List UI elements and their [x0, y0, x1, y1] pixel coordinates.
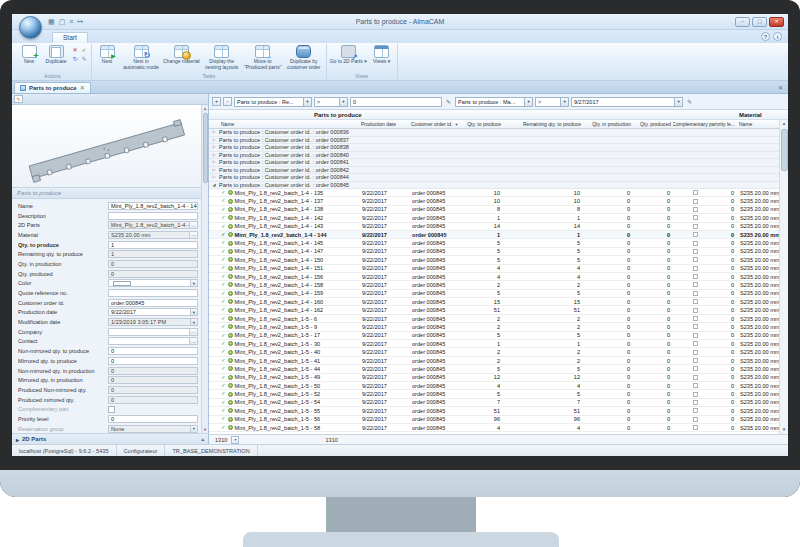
triangle-collapsed-icon[interactable]: ▷ — [209, 168, 219, 172]
part-row-158[interactable]: ✓Mint_Ply_1.8_rev2_batch_1-4 - 1589/22/2… — [209, 281, 779, 289]
section-header-2d-parts[interactable]: ▸ 2D Parts ▴ — [12, 433, 208, 444]
complementary-checkbox[interactable] — [693, 249, 698, 254]
part-row-58[interactable]: ✓Mint_Ply_1.8_rev2_batch_1-5 - 589/22/20… — [209, 424, 779, 432]
part-row-138[interactable]: ✓Mint_Ply_1.8_rev2_batch_1-4 - 1389/22/2… — [209, 206, 779, 214]
complementary-checkbox[interactable] — [693, 324, 698, 329]
complementary-checkbox[interactable] — [693, 400, 698, 405]
triangle-collapsed-icon[interactable]: ▷ — [209, 160, 219, 164]
scroll-down-icon[interactable]: ▼ — [782, 426, 786, 434]
complementary-checkbox[interactable] — [693, 392, 698, 397]
material-field[interactable]: S235 20.00 mm — [108, 231, 190, 239]
section-header-parts-to-produce[interactable]: Parts to produce — [12, 188, 208, 199]
qty-to-produce-field[interactable]: 1 — [108, 241, 198, 249]
group-row-order-000845[interactable]: ◢Parts to produce : Customer order id. :… — [209, 182, 779, 190]
left-panel-scrollbar[interactable]: ▲ ▼ — [201, 105, 208, 433]
ribbon-button-nest-in-automatic-mode[interactable]: Nest in automatic mode — [121, 44, 161, 71]
complementary-checkbox[interactable] — [693, 425, 698, 430]
triangle-collapsed-icon[interactable]: ▷ — [209, 138, 219, 142]
part-row-55[interactable]: ✓Mint_Ply_1.8_rev2_batch_1-5 - 559/22/20… — [209, 407, 779, 415]
part-row-160[interactable]: ✓Mint_Ply_1.8_rev2_batch_1-4 - 1609/22/2… — [209, 298, 779, 306]
2d-parts-field[interactable]: Mint_Ply_1.8_rev2_batch_1-4 - 144 — [108, 221, 190, 229]
cancel-icon[interactable]: ✕ — [71, 46, 79, 54]
scroll-up-icon[interactable]: ▲ — [203, 105, 207, 112]
triangle-collapsed-icon[interactable]: ▷ — [209, 153, 219, 157]
grid-scrollbar[interactable]: ▲ ▼ — [779, 120, 788, 434]
complementary-checkbox[interactable] — [693, 417, 698, 422]
complementary-checkbox[interactable] — [693, 215, 698, 220]
part-row-41[interactable]: ✓Mint_Ply_1.8_rev2_batch_1-5 - 419/22/20… — [209, 357, 779, 365]
complementary-checkbox[interactable] — [693, 232, 698, 237]
complementary-checkbox[interactable] — [693, 299, 698, 304]
part-row-40[interactable]: ✓Mint_Ply_1.8_rev2_batch_1-5 - 409/22/20… — [209, 348, 779, 356]
complementary-checkbox[interactable] — [693, 224, 698, 229]
ellipsis-button[interactable]: … — [190, 221, 198, 229]
column-header-qty-produced[interactable]: Qty. produced — [633, 120, 673, 128]
complementary-checkbox[interactable] — [693, 366, 698, 371]
minimize-icon[interactable]: – — [735, 17, 750, 27]
ellipsis-button[interactable]: … — [190, 328, 198, 336]
column-header-name-material[interactable]: Name — [737, 120, 779, 128]
qty-produced-field[interactable]: 0 — [108, 270, 198, 278]
complementary-checkbox[interactable] — [693, 341, 698, 346]
complementary-checkbox[interactable] — [693, 291, 698, 296]
collapse-icon[interactable]: ▴ — [201, 436, 204, 442]
produced-mirrored-qty-field[interactable]: 0 — [108, 396, 198, 404]
complementary-checkbox[interactable] — [693, 282, 698, 287]
reservation-group-field[interactable]: None▾ — [108, 425, 198, 433]
scrollbar-thumb[interactable] — [781, 129, 788, 171]
complementary-checkbox[interactable] — [693, 190, 698, 195]
part-row-151[interactable]: ✓Mint_Ply_1.8_rev2_batch_1-4 - 1519/22/2… — [209, 265, 779, 273]
part-row-144[interactable]: ✓Mint_Ply_1.8_rev2_batch_1-4 - 1449/22/2… — [209, 231, 779, 239]
complementary-checkbox[interactable] — [693, 350, 698, 355]
priority-level-field[interactable]: 0 — [108, 415, 198, 423]
remaining-qty-to-produce-field[interactable]: 1 — [108, 250, 198, 258]
chevron-down-icon[interactable]: ▾ — [190, 309, 197, 315]
complementary-checkbox[interactable] — [693, 257, 698, 262]
part-row-135[interactable]: ✓Mint_Ply_1.8_rev2_batch_1-4 - 1359/22/2… — [209, 189, 779, 197]
mirrored-qty-in-production-field[interactable]: 0 — [108, 376, 198, 384]
tab-start[interactable]: Start — [52, 32, 88, 43]
complementary-checkbox[interactable] — [693, 333, 698, 338]
tab-close-icon[interactable]: ✕ — [80, 84, 85, 91]
non-mirrored-qty-in-production-field[interactable]: 0 — [108, 367, 198, 375]
modification-date-field[interactable]: 1/23/2019 3:05:17 PM▾ — [108, 318, 198, 326]
close-icon[interactable]: ✕ — [769, 17, 784, 27]
part-row-142[interactable]: ✓Mint_Ply_1.8_rev2_batch_1-4 - 1429/22/2… — [209, 214, 779, 222]
quote-reference-no-field[interactable] — [108, 289, 198, 297]
complementary-part-checkbox[interactable] — [108, 406, 115, 413]
ribbon-button-duplicate[interactable]: Duplicate — [43, 44, 69, 65]
column-header-production-date[interactable]: Production date — [359, 120, 409, 128]
filter-value-2-date-select[interactable]: 9/27/2017 ▾ — [571, 97, 683, 107]
refresh-icon[interactable]: ↻ — [71, 55, 79, 63]
complementary-checkbox[interactable] — [693, 266, 698, 271]
column-header-qty-in-production[interactable]: Qty. in production — [583, 120, 633, 128]
description-field[interactable] — [108, 212, 198, 220]
ribbon-button-new[interactable]: New — [16, 44, 42, 65]
company-field[interactable] — [108, 328, 190, 336]
mirrored-qty-to-produce-field[interactable]: 0 — [108, 357, 198, 365]
collapse-all-button[interactable]: - — [223, 97, 232, 106]
produced-non-mirrored-qty-field[interactable]: 0 — [108, 386, 198, 394]
scrollbar-thumb[interactable] — [203, 113, 208, 183]
ribbon-button-display-the-nesting-layouts[interactable]: Display the nesting layouts — [202, 44, 242, 71]
complementary-checkbox[interactable] — [693, 358, 698, 363]
part-row-44[interactable]: ✓Mint_Ply_1.8_rev2_batch_1-5 - 449/22/20… — [209, 365, 779, 373]
production-date-field[interactable]: 9/22/2017▾ — [108, 308, 198, 316]
complementary-checkbox[interactable] — [693, 241, 698, 246]
info-icon[interactable]: i — [773, 32, 782, 41]
group-row-order-000836[interactable]: ▷Parts to produce : Customer order id. :… — [209, 129, 779, 137]
triangle-expanded-icon[interactable]: ◢ — [209, 183, 219, 187]
part-row-30[interactable]: ✓Mint_Ply_1.8_rev2_batch_1-5 - 309/22/20… — [209, 340, 779, 348]
group-row-order-000838[interactable]: ▷Parts to produce : Customer order id. :… — [209, 144, 779, 152]
part-row-147[interactable]: ✓Mint_Ply_1.8_rev2_batch_1-4 - 1479/22/2… — [209, 248, 779, 256]
part-row-145[interactable]: ✓Mint_Ply_1.8_rev2_batch_1-4 - 1459/22/2… — [209, 239, 779, 247]
chevron-down-icon[interactable]: ▾ — [190, 426, 197, 432]
part-row-137[interactable]: ✓Mint_Ply_1.8_rev2_batch_1-4 - 1379/22/2… — [209, 197, 779, 205]
expand-all-button[interactable]: + — [212, 97, 221, 106]
part-row-49[interactable]: ✓Mint_Ply_1.8_rev2_batch_1-5 - 499/22/20… — [209, 374, 779, 382]
filter-operator-1-select[interactable]: > ▾ — [314, 97, 348, 107]
filter-value-1-input[interactable]: 0 — [350, 97, 442, 107]
triangle-collapsed-icon[interactable]: ▷ — [209, 175, 219, 179]
color-field[interactable]: ▾ — [108, 279, 198, 287]
group-row-order-000844[interactable]: ▷Parts to produce : Customer order id. :… — [209, 174, 779, 182]
